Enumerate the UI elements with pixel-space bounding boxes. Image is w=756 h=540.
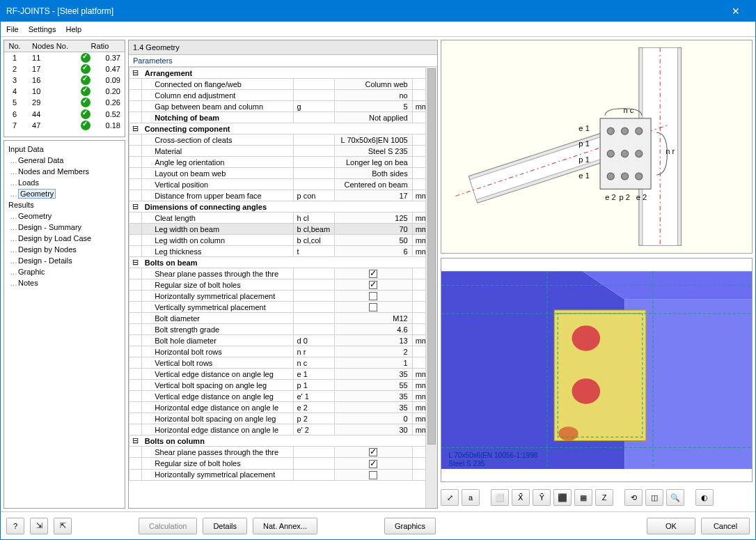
view-tool-button[interactable]: ⤢ bbox=[441, 489, 459, 506]
grid-row[interactable]: Vertically symmetrical placement bbox=[129, 302, 437, 313]
view-tool-button[interactable]: ⟲ bbox=[624, 489, 643, 506]
grid-row[interactable]: Shear plane passes through the thre bbox=[129, 447, 437, 458]
grid-row[interactable]: Leg thicknesst6mm bbox=[129, 246, 437, 257]
view-tool-button[interactable]: ⬜ bbox=[491, 489, 509, 506]
graphics-button[interactable]: Graphics bbox=[384, 518, 436, 534]
col-nodes[interactable]: Nodes No. bbox=[25, 40, 75, 52]
details-button[interactable]: Details bbox=[203, 518, 247, 534]
view-tool-button[interactable]: ◐ bbox=[695, 489, 714, 506]
view-tool-button[interactable]: ▦ bbox=[574, 489, 592, 506]
grid-row[interactable]: Cleat lengthh cl125mm bbox=[129, 213, 437, 224]
grid-row[interactable]: Angle leg orientationLonger leg on bea bbox=[129, 157, 437, 168]
grid-row[interactable]: Regular size of bolt holes bbox=[129, 458, 437, 469]
grid-row[interactable]: Layout on beam webBoth sides bbox=[129, 168, 437, 179]
view-tool-button[interactable]: Ȳ bbox=[533, 489, 551, 506]
col-no[interactable]: No. bbox=[4, 40, 25, 52]
tree-item[interactable]: Design - Summary bbox=[8, 222, 120, 233]
col-ratio[interactable]: Ratio bbox=[75, 40, 125, 52]
calculation-button[interactable]: Calculation bbox=[139, 518, 197, 534]
checkbox[interactable] bbox=[369, 460, 377, 468]
svg-point-15 bbox=[636, 173, 643, 180]
grid-row[interactable]: ⊟Dimensions of connecting angles bbox=[129, 201, 437, 213]
grid-row[interactable]: Vertical edge distance on angle lege' 13… bbox=[129, 391, 437, 402]
grid-row[interactable]: Vertical bolt rowsn c1 bbox=[129, 357, 437, 369]
tree-item[interactable]: Nodes and Members bbox=[8, 166, 120, 177]
view-tool-button[interactable]: 🔍 bbox=[666, 489, 684, 506]
grid-row[interactable]: Horizontal edge distance on angle lee' 2… bbox=[129, 424, 437, 435]
table-row[interactable]: 6440.52 bbox=[4, 108, 125, 119]
view-tool-button[interactable]: Z bbox=[595, 489, 613, 506]
checkbox[interactable] bbox=[369, 448, 377, 456]
close-icon[interactable]: ✕ bbox=[722, 6, 750, 17]
nat-annex-button[interactable]: Nat. Annex... bbox=[253, 518, 317, 534]
nodes-table[interactable]: No. Nodes No. Ratio 1110.372170.473160.0… bbox=[3, 40, 125, 137]
grid-row[interactable]: Leg width on columnb cl,col50mm bbox=[129, 235, 437, 246]
grid-row[interactable]: Bolt strength grade4.6 bbox=[129, 324, 437, 335]
checkbox[interactable] bbox=[369, 281, 377, 289]
grid-row[interactable]: Notching of beamNot applied bbox=[129, 112, 437, 123]
grid-row[interactable]: Gap between beam and columng5mm bbox=[129, 101, 437, 112]
checkbox[interactable] bbox=[369, 292, 377, 300]
nav-tree[interactable]: Input Data General DataNodes and Members… bbox=[3, 140, 125, 509]
scrollbar[interactable] bbox=[425, 67, 437, 508]
tree-item[interactable]: Design by Load Case bbox=[8, 233, 120, 244]
table-row[interactable]: 2170.47 bbox=[4, 63, 125, 75]
menu-file[interactable]: File bbox=[6, 25, 19, 33]
checkbox[interactable] bbox=[369, 471, 377, 479]
table-row[interactable]: 1110.37 bbox=[4, 52, 125, 64]
grid-row[interactable]: Horizontal edge distance on angle lee 23… bbox=[129, 402, 437, 413]
grid-row[interactable]: Column end adjustmentno bbox=[129, 90, 437, 101]
view-tool-button[interactable]: ⬛ bbox=[553, 489, 572, 506]
grid-row[interactable]: Horizontally symmetrical placement bbox=[129, 291, 437, 302]
table-row[interactable]: 7470.18 bbox=[4, 120, 125, 131]
tree-item[interactable]: Geometry bbox=[8, 188, 120, 199]
grid-row[interactable]: Vertical positionCentered on beam bbox=[129, 179, 437, 190]
grid-row[interactable]: Horizontal bolt spacing on angle legp 20… bbox=[129, 413, 437, 424]
grid-row[interactable]: Horizontal bolt rowsn r2 bbox=[129, 346, 437, 357]
schematic-preview[interactable]: n c n r e 1 p 1 p 1 e 1 e 2 p 2 e 2 bbox=[441, 40, 753, 254]
grid-row[interactable]: MaterialSteel S 235 bbox=[129, 146, 437, 157]
tree-item[interactable]: Design - Details bbox=[8, 255, 120, 266]
grid-row[interactable]: Leg width on beamb cl,beam70mm bbox=[129, 224, 437, 235]
menu-help[interactable]: Help bbox=[65, 25, 81, 33]
grid-row[interactable]: ⊟Bolts on beam bbox=[129, 257, 437, 268]
grid-row[interactable]: Connected on flange/webColumn web bbox=[129, 79, 437, 90]
grid-row[interactable]: ⊟Bolts on column bbox=[129, 435, 437, 447]
tree-item[interactable]: General Data bbox=[8, 155, 120, 166]
checkbox[interactable] bbox=[369, 270, 377, 278]
tree-input[interactable]: Input Data bbox=[8, 144, 120, 155]
table-row[interactable]: 4100.20 bbox=[4, 86, 125, 97]
grid-row[interactable]: Distance from upper beam facep con17mm bbox=[129, 190, 437, 201]
tree-item[interactable]: Notes bbox=[8, 277, 120, 288]
import-icon[interactable]: ⇱ bbox=[54, 518, 72, 534]
grid-row[interactable]: ⊟Connecting component bbox=[129, 123, 437, 134]
grid-row[interactable]: Cross-section of cleatsL 70x50x6|EN 1005 bbox=[129, 134, 437, 146]
help-icon[interactable]: ? bbox=[6, 518, 24, 534]
grid-row[interactable]: ⊟Arrangement bbox=[129, 68, 437, 79]
ok-button[interactable]: OK bbox=[647, 518, 695, 534]
3d-render-view[interactable]: L 70x50x6|EN 10056-1:1998 Steel S 235 bbox=[441, 258, 753, 482]
grid-row[interactable]: Horizontally symmetrical placement bbox=[129, 469, 437, 480]
menu-settings[interactable]: Settings bbox=[29, 25, 56, 33]
grid-row[interactable]: Regular size of bolt holes bbox=[129, 279, 437, 291]
tree-item[interactable]: Design by Nodes bbox=[8, 244, 120, 255]
tree-item[interactable]: Geometry bbox=[8, 210, 120, 222]
parameters-grid[interactable]: ⊟ArrangementConnected on flange/webColum… bbox=[129, 67, 437, 481]
tree-results[interactable]: Results bbox=[8, 199, 120, 210]
grid-row[interactable]: Vertical edge distance on angle lege 135… bbox=[129, 369, 437, 380]
tree-item[interactable]: Graphic bbox=[8, 266, 120, 277]
table-row[interactable]: 3160.09 bbox=[4, 75, 125, 86]
view-tool-button[interactable]: a bbox=[462, 489, 480, 506]
grid-row[interactable]: Bolt diameterM12 bbox=[129, 313, 437, 324]
view-tool-button[interactable]: X̄ bbox=[512, 489, 530, 506]
titlebar: RF-JOINTS - [Steel platform] ✕ bbox=[1, 1, 755, 22]
grid-row[interactable]: Vertical bolt spacing on angle legp 155m… bbox=[129, 380, 437, 391]
tree-item[interactable]: Loads bbox=[8, 177, 120, 188]
cancel-button[interactable]: Cancel bbox=[701, 518, 750, 534]
grid-row[interactable]: Shear plane passes through the thre bbox=[129, 268, 437, 279]
table-row[interactable]: 5290.26 bbox=[4, 97, 125, 108]
checkbox[interactable] bbox=[369, 303, 377, 311]
view-tool-button[interactable]: ◫ bbox=[645, 489, 663, 506]
export-icon[interactable]: ⇲ bbox=[30, 518, 48, 534]
grid-row[interactable]: Bolt hole diameterd 013mm bbox=[129, 335, 437, 346]
